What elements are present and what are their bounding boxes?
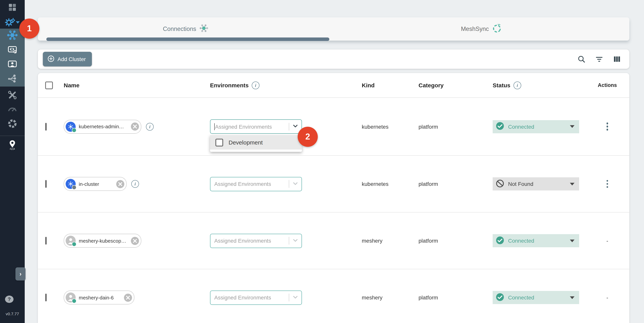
chevron-down-icon[interactable] xyxy=(292,123,298,130)
connection-name-chip[interactable]: in-cluster xyxy=(64,177,127,191)
row-checkbox[interactable] xyxy=(45,123,47,130)
column-kind: Kind xyxy=(362,82,375,89)
delete-connection-icon[interactable] xyxy=(131,237,139,245)
chevron-down-icon xyxy=(16,21,20,23)
status-value: Connected xyxy=(508,294,570,300)
category-value: platform xyxy=(418,294,438,300)
kebab-menu-icon[interactable] xyxy=(605,178,610,189)
chevron-right-icon: › xyxy=(20,270,22,277)
kebab-menu-icon[interactable] xyxy=(605,121,610,132)
environments-placeholder: Assigned Environments xyxy=(214,238,286,244)
filter-icon[interactable] xyxy=(594,55,604,64)
sidebar-item-profiles[interactable] xyxy=(0,58,25,72)
tab-bar: Connections MeshSync xyxy=(38,17,629,41)
dashboard-icon xyxy=(8,3,16,13)
connection-name: in-cluster xyxy=(79,181,113,187)
sidebar-item-configuration[interactable] xyxy=(0,89,25,103)
plus-circle-icon xyxy=(48,55,54,63)
status-select[interactable]: Connected xyxy=(493,291,579,304)
sidebar-item-environments[interactable] xyxy=(0,138,25,153)
environment-option-development[interactable]: Development xyxy=(210,135,302,150)
delete-connection-icon[interactable] xyxy=(116,180,124,188)
environments-placeholder: Assigned Environments xyxy=(215,123,286,130)
status-dot xyxy=(72,299,76,303)
status-value: Connected xyxy=(508,123,570,130)
actions-empty: - xyxy=(606,294,608,300)
delete-connection-icon[interactable] xyxy=(131,123,139,131)
status-select[interactable]: Not Found xyxy=(493,177,579,190)
category-value: platform xyxy=(418,181,438,187)
sidebar-expand-button[interactable]: › xyxy=(16,267,26,280)
connections-table: Name Environments i Kind Category Status… xyxy=(38,73,629,323)
status-select[interactable]: Connected xyxy=(493,120,579,133)
status-select[interactable]: Connected xyxy=(493,234,579,247)
not-found-icon xyxy=(496,179,504,189)
connection-name-chip[interactable]: meshery-dain-6 xyxy=(64,290,134,304)
connection-name: kubernetes-admin… xyxy=(79,124,128,129)
row-checkbox[interactable] xyxy=(45,294,47,301)
environments-dropdown: Development xyxy=(210,135,302,152)
environments-info-icon[interactable]: i xyxy=(252,81,260,89)
option-label: Development xyxy=(228,139,263,146)
option-checkbox[interactable] xyxy=(216,139,223,146)
avatar-icon xyxy=(66,236,76,246)
category-value: platform xyxy=(418,238,438,244)
status-dot xyxy=(72,128,76,132)
tools-icon xyxy=(7,90,17,101)
tab-connections[interactable]: Connections xyxy=(38,17,334,41)
status-info-icon[interactable]: i xyxy=(514,81,521,89)
sidebar-item-extensions[interactable] xyxy=(0,117,25,131)
adapters-code-icon xyxy=(7,45,17,56)
row-checkbox[interactable] xyxy=(45,237,47,245)
sidebar-item-adapters[interactable] xyxy=(0,43,25,58)
environments-select[interactable]: Assigned Environments xyxy=(210,234,302,248)
connection-name: meshery-kubescop… xyxy=(79,238,128,244)
sidebar-item-dashboard[interactable] xyxy=(0,1,25,15)
connected-check-icon xyxy=(496,236,504,245)
connection-info-icon[interactable]: i xyxy=(131,180,139,188)
caret-down-icon xyxy=(570,183,574,185)
table-row: meshery-dain-6 Assigned Environments mes… xyxy=(38,269,629,323)
caret-down-icon xyxy=(570,239,574,242)
environments-select[interactable]: Assigned Environments xyxy=(210,119,302,134)
text-cursor xyxy=(214,123,215,130)
delete-connection-icon[interactable] xyxy=(124,293,132,301)
table-row: meshery-kubescop… Assigned Environments … xyxy=(38,212,629,269)
environments-select[interactable]: Assigned Environments xyxy=(210,290,302,305)
avatar-icon xyxy=(66,292,76,302)
view-columns-icon[interactable] xyxy=(612,55,622,64)
status-dot xyxy=(72,185,76,190)
status-value: Not Found xyxy=(508,181,570,187)
chevron-down-icon[interactable] xyxy=(292,180,298,188)
row-checkbox[interactable] xyxy=(45,180,47,188)
add-cluster-button[interactable]: Add Cluster xyxy=(43,52,92,67)
caret-down-icon xyxy=(570,125,574,128)
location-pin-icon xyxy=(7,139,17,152)
connection-info-icon[interactable]: i xyxy=(146,123,154,130)
tab-meshsync[interactable]: MeshSync xyxy=(334,17,629,41)
sidebar-item-performance[interactable] xyxy=(0,102,25,117)
connection-name-chip[interactable]: kubernetes-admin… xyxy=(64,120,141,134)
column-category: Category xyxy=(418,82,444,89)
kind-value: kubernetes xyxy=(362,123,388,130)
column-name: Name xyxy=(64,82,80,89)
help-icon[interactable]: ? xyxy=(5,295,14,303)
actions-empty: - xyxy=(606,238,608,244)
chevron-down-icon[interactable] xyxy=(292,237,298,244)
search-icon[interactable] xyxy=(577,55,586,64)
environments-placeholder: Assigned Environments xyxy=(214,181,286,187)
sidebar-item-service-graph[interactable] xyxy=(0,72,25,87)
select-divider xyxy=(289,180,289,188)
tab-meshsync-label: MeshSync xyxy=(461,26,489,33)
sidebar: › ? v0.7.77 xyxy=(0,0,25,323)
extensions-ring-icon xyxy=(7,118,17,130)
annotation-circle-1: 1 xyxy=(19,19,40,39)
sidebar-divider xyxy=(0,136,25,136)
service-graph-icon xyxy=(7,74,17,85)
connection-name-chip[interactable]: meshery-kubescop… xyxy=(64,234,141,248)
table-toolbar: Add Cluster xyxy=(38,50,629,69)
kubernetes-icon xyxy=(66,122,76,132)
chevron-down-icon[interactable] xyxy=(292,294,298,301)
environments-select[interactable]: Assigned Environments xyxy=(210,177,302,191)
select-all-checkbox[interactable] xyxy=(45,81,53,89)
